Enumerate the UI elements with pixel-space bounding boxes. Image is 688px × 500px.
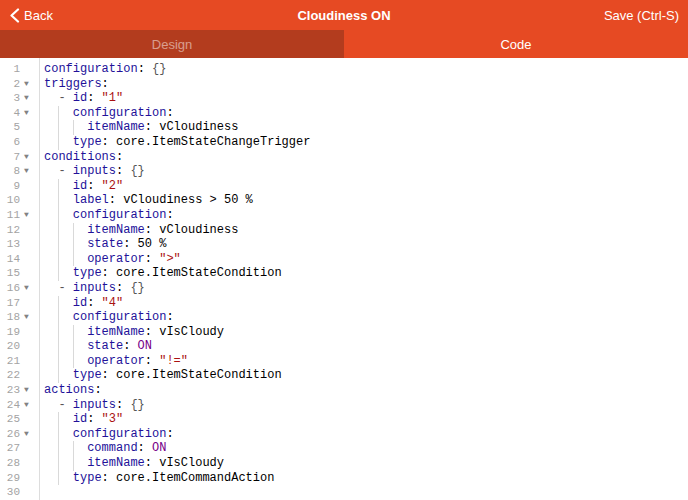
fold-gutter-cell	[20, 266, 39, 281]
indent-space	[44, 208, 58, 223]
code-line[interactable]: 29type: core.ItemCommandAction	[0, 471, 688, 486]
code-line[interactable]: 21operator: "!="	[0, 354, 688, 369]
token-key: type	[73, 135, 102, 149]
token-key: configuration	[44, 62, 138, 76]
code-line[interactable]: 10label: vCloudiness > 50 %	[0, 193, 688, 208]
fold-gutter-cell	[20, 368, 39, 383]
code-line[interactable]: 27command: ON	[0, 441, 688, 456]
token-key: id	[73, 296, 87, 310]
code-line[interactable]: 26▼configuration:	[0, 427, 688, 442]
code-line[interactable]: 17id: "4"	[0, 296, 688, 311]
token-plain: :	[166, 427, 173, 441]
line-number: 13	[0, 237, 20, 252]
indent-space	[44, 266, 58, 281]
code-line[interactable]: 28itemName: vIsCloudy	[0, 456, 688, 471]
fold-arrow-icon[interactable]: ▼	[20, 383, 39, 398]
fold-arrow-icon[interactable]: ▼	[20, 281, 39, 296]
fold-arrow-icon[interactable]: ▼	[20, 150, 39, 165]
code-text: - inputs: {}	[39, 398, 145, 413]
indent-guide	[73, 354, 87, 369]
code-line[interactable]: 14operator: ">"	[0, 252, 688, 267]
fold-arrow-icon[interactable]: ▼	[20, 106, 39, 121]
indent-space	[44, 310, 58, 325]
token-meta: {}	[152, 62, 166, 76]
code-line[interactable]: 1configuration: {}	[0, 62, 688, 77]
token-meta: {}	[130, 281, 144, 295]
code-text: conditions:	[39, 150, 123, 165]
token-plain: : vCloudiness	[145, 120, 239, 134]
token-key: itemName	[87, 223, 145, 237]
line-number: 30	[0, 485, 20, 500]
indent-space	[44, 237, 58, 252]
tab-bar: Design Code	[0, 30, 688, 58]
code-line[interactable]: 3▼- id: "1"	[0, 91, 688, 106]
code-text: configuration:	[39, 106, 174, 121]
code-line[interactable]: 22type: core.ItemStateCondition	[0, 368, 688, 383]
indent-guide	[58, 471, 72, 486]
code-line[interactable]: 7▼conditions:	[0, 150, 688, 165]
code-line[interactable]: 9id: "2"	[0, 179, 688, 194]
indent-guide	[58, 179, 72, 194]
rule-editor-window: Back Cloudiness ON Save (Ctrl-S) Design …	[0, 0, 688, 500]
code-text: command: ON	[39, 441, 166, 456]
code-line[interactable]: 20state: ON	[0, 339, 688, 354]
fold-arrow-icon[interactable]: ▼	[20, 208, 39, 223]
tab-design[interactable]: Design	[0, 30, 344, 58]
token-str: "!="	[159, 354, 188, 368]
fold-arrow-icon[interactable]: ▼	[20, 164, 39, 179]
code-line[interactable]: 19itemName: vIsCloudy	[0, 325, 688, 340]
line-number: 23	[0, 383, 20, 398]
fold-arrow-icon[interactable]: ▼	[20, 427, 39, 442]
code-text: itemName: vCloudiness	[39, 120, 238, 135]
token-key: itemName	[87, 456, 145, 470]
code-line[interactable]: 30	[0, 485, 688, 500]
indent-space	[44, 179, 58, 194]
code-text: state: 50 %	[39, 237, 166, 252]
code-line[interactable]: 23▼actions:	[0, 383, 688, 398]
fold-arrow-icon[interactable]: ▼	[20, 91, 39, 106]
token-meta: -	[58, 164, 72, 178]
token-plain: :	[166, 208, 173, 222]
code-line[interactable]: 16▼- inputs: {}	[0, 281, 688, 296]
fold-arrow-icon[interactable]: ▼	[20, 398, 39, 413]
code-text: type: core.ItemStateCondition	[39, 266, 282, 281]
code-line[interactable]: 11▼configuration:	[0, 208, 688, 223]
token-plain: :	[145, 252, 159, 266]
token-plain: : vCloudiness	[145, 223, 239, 237]
code-line[interactable]: 12itemName: vCloudiness	[0, 223, 688, 238]
code-line[interactable]: 24▼- inputs: {}	[0, 398, 688, 413]
code-text: type: core.ItemStateCondition	[39, 368, 282, 383]
fold-gutter-cell	[20, 354, 39, 369]
token-meta: -	[58, 91, 72, 105]
code-editor[interactable]: 1configuration: {}2▼triggers:3▼- id: "1"…	[0, 58, 688, 500]
fold-arrow-icon[interactable]: ▼	[20, 77, 39, 92]
fold-gutter-cell	[20, 135, 39, 150]
code-line[interactable]: 18▼configuration:	[0, 310, 688, 325]
fold-gutter-cell	[20, 456, 39, 471]
token-plain: : vIsCloudy	[145, 325, 224, 339]
token-plain: : core.ItemCommandAction	[102, 471, 275, 485]
token-str: "1"	[102, 91, 124, 105]
code-line[interactable]: 4▼configuration:	[0, 106, 688, 121]
line-number: 5	[0, 120, 20, 135]
fold-arrow-icon[interactable]: ▼	[20, 310, 39, 325]
code-line[interactable]: 6type: core.ItemStateChangeTrigger	[0, 135, 688, 150]
back-button[interactable]: Back	[0, 8, 53, 23]
code-text: itemName: vIsCloudy	[39, 325, 224, 340]
line-number: 12	[0, 223, 20, 238]
indent-guide	[73, 252, 87, 267]
code-line[interactable]: 5itemName: vCloudiness	[0, 120, 688, 135]
indent-guide	[58, 412, 72, 427]
code-line[interactable]: 8▼- inputs: {}	[0, 164, 688, 179]
indent-space	[44, 120, 58, 135]
tab-code[interactable]: Code	[344, 30, 688, 58]
code-line[interactable]: 25id: "3"	[0, 412, 688, 427]
indent-guide	[73, 223, 87, 238]
code-line[interactable]: 13state: 50 %	[0, 237, 688, 252]
code-line[interactable]: 2▼triggers:	[0, 77, 688, 92]
code-line[interactable]: 15type: core.ItemStateCondition	[0, 266, 688, 281]
token-key: type	[73, 368, 102, 382]
fold-gutter-cell	[20, 325, 39, 340]
indent-guide	[58, 296, 72, 311]
save-button[interactable]: Save (Ctrl-S)	[604, 8, 688, 23]
